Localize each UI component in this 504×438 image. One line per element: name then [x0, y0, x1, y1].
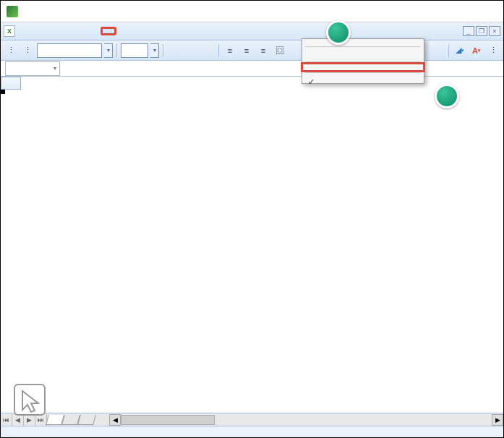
toolbar-handle-icon: ⋮: [20, 43, 35, 58]
title-bar: [1, 1, 503, 22]
menu-item-hide[interactable]: [302, 48, 424, 54]
menu-help[interactable]: [116, 29, 128, 33]
close-button[interactable]: [465, 1, 497, 22]
align-left-icon[interactable]: ≡: [223, 43, 237, 58]
selection-marquee: [1, 90, 4, 93]
menu-insert[interactable]: [54, 29, 66, 33]
menu-format[interactable]: [66, 29, 77, 33]
fill-color-icon[interactable]: ◢▾: [453, 43, 467, 58]
menu-item-book1[interactable]: ✓: [302, 74, 424, 80]
sheet-tab-bar: ⏮ ◀ ▶ ⏭ ◀ ▶: [1, 413, 503, 426]
chevron-down-icon[interactable]: ▾: [54, 65, 56, 72]
name-box[interactable]: ▾: [5, 61, 60, 76]
minimize-button[interactable]: [400, 1, 432, 22]
annotation-badge-2: [435, 84, 459, 108]
checkmark-icon: ✓: [308, 77, 315, 87]
menu-window[interactable]: [101, 27, 116, 35]
expand-chevron-icon[interactable]: [302, 80, 424, 83]
excel-doc-icon[interactable]: X: [4, 25, 15, 37]
watermark-logo: [14, 384, 50, 416]
cursor-icon: [14, 384, 46, 416]
menu-bar: X _ ❐ ×: [1, 22, 503, 40]
toolbar-options-icon[interactable]: ⋮: [486, 43, 500, 58]
menu-item-show: [302, 54, 424, 60]
formula-bar: ▾: [1, 61, 503, 77]
italic-button[interactable]: [184, 43, 198, 58]
merge-center-icon[interactable]: ⿴: [273, 43, 287, 58]
toolbar-handle-icon: ⋮: [4, 43, 18, 58]
fill-handle[interactable]: [1, 90, 5, 94]
spreadsheet-grid[interactable]: [1, 77, 503, 414]
mdi-restore[interactable]: ❐: [476, 26, 487, 36]
tab-nav-first[interactable]: ⏮: [1, 414, 12, 426]
align-right-icon[interactable]: ≡: [256, 43, 270, 58]
bold-button[interactable]: [167, 43, 181, 58]
sheet-tab-3[interactable]: [77, 415, 96, 425]
chevron-down-icon[interactable]: ▾: [150, 43, 159, 58]
select-all-corner[interactable]: [1, 77, 21, 90]
menu-data[interactable]: [89, 29, 101, 33]
menu-file[interactable]: [20, 29, 31, 33]
align-center-icon[interactable]: ≡: [239, 43, 254, 58]
formatting-toolbar: ⋮ ⋮ ▾ ▾ ≡ ≡ ≡ ⿴ ◢▾ A▾ ⋮: [1, 40, 503, 61]
mdi-minimize[interactable]: _: [463, 26, 474, 36]
menu-edit[interactable]: [31, 29, 43, 33]
scroll-left-icon[interactable]: ◀: [109, 414, 121, 426]
app-icon: [7, 6, 18, 17]
menu-item-freeze-panes[interactable]: [301, 62, 425, 72]
menu-item-compare: [302, 39, 424, 45]
mdi-controls: _ ❐ ×: [463, 26, 500, 36]
menu-service[interactable]: [77, 29, 89, 33]
annotation-badge-1: [326, 20, 351, 45]
horizontal-scrollbar[interactable]: ◀ ▶: [109, 414, 503, 426]
font-color-icon[interactable]: A▾: [469, 43, 484, 58]
scroll-right-icon[interactable]: ▶: [492, 414, 503, 426]
maximize-button[interactable]: [432, 1, 465, 22]
window-menu-dropdown: ✓: [302, 38, 424, 84]
scrollbar-thumb[interactable]: [121, 415, 215, 425]
font-size-selector[interactable]: [121, 43, 148, 58]
menu-view[interactable]: [43, 29, 54, 33]
status-bar: [1, 426, 503, 437]
font-name-selector[interactable]: [37, 43, 102, 58]
underline-button[interactable]: [200, 43, 215, 58]
chevron-down-icon[interactable]: ▾: [104, 43, 113, 58]
mdi-close[interactable]: ×: [489, 26, 500, 36]
